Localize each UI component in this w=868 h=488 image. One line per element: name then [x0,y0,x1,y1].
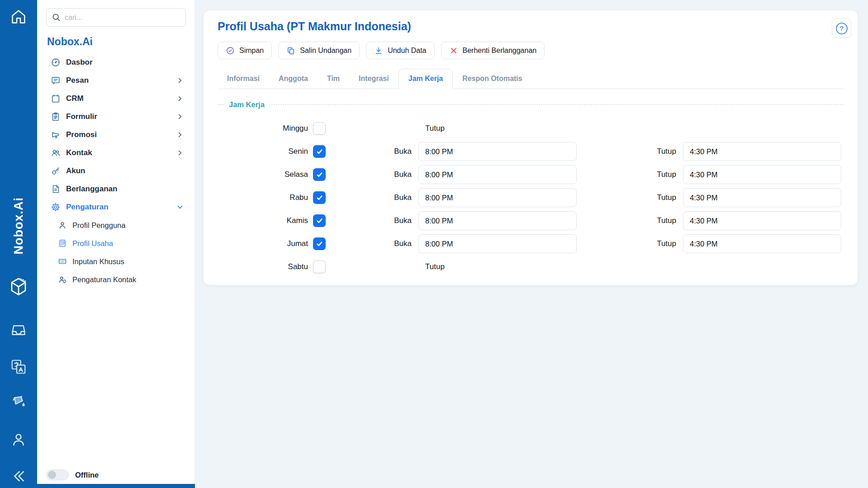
day-checkbox[interactable] [313,237,326,250]
home-icon[interactable] [10,8,27,25]
sidebar-item-kontak[interactable]: Kontak [37,144,194,162]
offline-row: Offline [46,468,194,482]
user-shield-icon [58,275,67,284]
translate-icon[interactable] [10,358,27,375]
day-checkbox[interactable] [313,191,326,204]
sidebar-subitem-label: Profil Pengguna [72,221,125,230]
simpan-button[interactable]: Simpan [218,42,272,59]
tab-tim[interactable]: Tim [318,69,349,89]
open-time-input[interactable] [418,188,577,207]
search-input[interactable] [46,8,186,27]
gear-icon [51,202,61,212]
schedule-row-kamis: Kamis Buka Tutup [218,211,844,230]
message-icon [51,76,61,85]
sidebar-item-label: Pesan [66,76,176,85]
offline-label: Offline [75,471,99,479]
open-label: Buka [326,193,412,202]
day-label: Senin [218,147,308,156]
salin-undangan-button[interactable]: Salin Undangan [278,42,360,59]
chevron-right-icon [176,113,184,120]
tab-respon-otomatis[interactable]: Respon Otomatis [453,69,531,89]
nobox-cube-logo-icon[interactable] [8,276,29,298]
tab-anggota[interactable]: Anggota [269,69,318,89]
open-time-input[interactable] [418,234,577,253]
unduh-data-button[interactable]: Unduh Data [366,42,434,59]
open-time-input[interactable] [418,142,577,161]
user-icon [58,221,67,230]
close-label: Tutup [577,239,676,248]
offline-toggle[interactable] [46,469,69,480]
sidebar-item-pengaturan[interactable]: Pengaturan [37,198,194,216]
button-label: Salin Undangan [300,47,351,55]
schedule-row-selasa: Selasa Buka Tutup [218,165,844,184]
action-buttons: Simpan Salin Undangan Unduh Data Berhent… [218,42,844,59]
check-icon [316,171,323,179]
chevron-right-icon [176,77,184,84]
x-icon [449,46,458,55]
sidebar: Nobox.Ai Dasbor Pesan [37,0,195,488]
close-time-input[interactable] [683,234,841,253]
user-icon[interactable] [10,431,27,448]
close-time-input[interactable] [683,142,841,161]
sidebar-item-pesan[interactable]: Pesan [37,71,194,90]
chevron-right-icon [176,95,184,102]
working-hours-rows: Minggu Tutup Senin Buka Tutup Selasa [218,119,844,276]
sidebar-item-label: Akun [66,166,184,175]
day-label: Jumat [218,239,308,248]
day-checkbox[interactable] [313,168,326,181]
sidebar-bottom-scrollbar[interactable] [37,484,195,488]
sidebar-item-promosi[interactable]: Promosi [37,126,194,144]
sidebar-subitem-label: Inputan Khusus [72,257,124,266]
sidebar-subitem-inputan-khusus[interactable]: Inputan Khusus [37,252,194,270]
sidebar-subitem-profil-usaha[interactable]: Profil Usaha [37,234,194,252]
day-label: Rabu [218,193,308,202]
key-icon [51,166,61,176]
day-checkbox[interactable] [313,145,326,158]
closed-status: Tutup [326,124,445,133]
sidebar-subitem-profil-pengguna[interactable]: Profil Pengguna [37,216,194,234]
day-checkbox[interactable] [313,261,326,273]
button-label: Unduh Data [388,47,426,55]
keyboard-icon [58,257,67,266]
icon-rail: Nobox.Ai [0,0,37,488]
button-label: Simpan [239,47,264,55]
closed-status: Tutup [326,262,445,271]
sidebar-item-akun[interactable]: Akun [37,162,194,180]
document-icon [51,184,61,194]
section-legend: Jam Kerja [218,100,844,109]
open-time-input[interactable] [418,211,577,230]
sidebar-item-berlangganan[interactable]: Berlangganan [37,180,194,198]
inbox-icon[interactable] [10,322,27,338]
app-window: Nobox.Ai [0,0,868,488]
paint-bucket-icon[interactable] [10,394,27,412]
tab-integrasi[interactable]: Integrasi [349,69,398,89]
close-label: Tutup [577,170,676,179]
check-icon [316,217,323,225]
legend-dash [218,104,224,105]
sidebar-item-dasbor[interactable]: Dasbor [37,53,194,71]
day-label: Kamis [218,216,308,225]
tab-jam-kerja[interactable]: Jam Kerja [398,69,453,89]
day-label: Selasa [218,170,308,179]
help-button[interactable]: ? [832,19,851,38]
collapse-double-chevron-icon[interactable] [11,469,26,484]
schedule-row-rabu: Rabu Buka Tutup [218,188,844,207]
day-checkbox[interactable] [313,214,326,227]
day-checkbox[interactable] [313,122,326,135]
schedule-row-senin: Senin Buka Tutup [218,142,844,161]
berhenti-berlangganan-button[interactable]: Berhenti Berlangganan [441,42,545,59]
close-time-input[interactable] [683,165,841,184]
sidebar-item-label: CRM [66,94,176,103]
open-label: Buka [326,147,412,156]
open-label: Buka [326,170,412,179]
close-time-input[interactable] [683,211,841,230]
sidebar-subitem-pengaturan-kontak[interactable]: Pengaturan Kontak [37,270,194,289]
sidebar-item-crm[interactable]: CRM [37,90,194,108]
sidebar-item-formulir[interactable]: Formulir [37,108,194,126]
close-time-input[interactable] [683,188,841,207]
people-icon [51,148,61,158]
schedule-row-sabtu: Sabtu Tutup [218,257,844,276]
check-circle-icon [226,46,235,55]
open-time-input[interactable] [418,165,577,184]
tab-informasi[interactable]: Informasi [218,69,269,89]
